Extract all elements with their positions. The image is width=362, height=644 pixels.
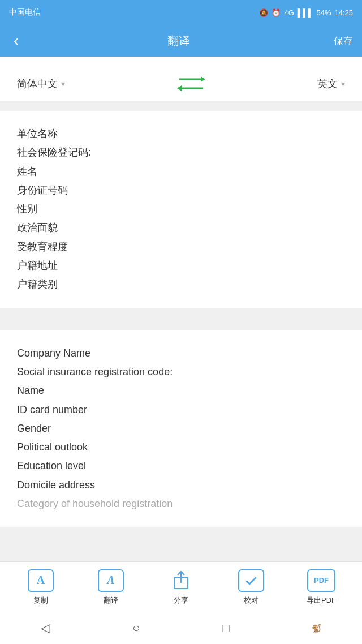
- source-line-6: 政治面貌: [17, 218, 345, 237]
- source-line-2: 社会保险登记码:: [17, 143, 345, 162]
- target-line-8: Domicile address: [17, 476, 345, 495]
- share-icon: [168, 569, 194, 592]
- home-nav-button[interactable]: ○: [132, 621, 140, 636]
- source-line-7: 受教育程度: [17, 238, 345, 256]
- proofread-label: 校对: [244, 595, 258, 606]
- target-line-4: ID card number: [17, 401, 345, 419]
- network-label: 4G: [284, 8, 294, 17]
- copy-label: 复制: [33, 595, 48, 606]
- battery-label: 54%: [316, 8, 331, 17]
- svg-marker-3: [177, 85, 182, 91]
- share-button[interactable]: 分享: [146, 569, 216, 606]
- translate-button[interactable]: A 翻译: [76, 569, 146, 606]
- page-title: 翻译: [167, 33, 190, 49]
- swap-languages-button[interactable]: [177, 74, 205, 94]
- source-line-9: 户籍类别: [17, 275, 345, 294]
- target-line-5: Gender: [17, 419, 345, 438]
- target-text-panel: Company Name Social insurance registrati…: [0, 330, 362, 527]
- target-lang-chevron-icon: ▾: [341, 79, 345, 88]
- export-pdf-icon: PDF: [307, 569, 335, 592]
- translate-label: 翻译: [104, 595, 118, 606]
- carrier-label: 中国电信: [9, 7, 41, 18]
- target-language-selector[interactable]: 英文 ▾: [317, 77, 345, 91]
- proofread-button[interactable]: 校对: [216, 569, 286, 606]
- system-nav-bar: ◁ ○ □ 🐒: [0, 612, 362, 644]
- svg-marker-1: [201, 76, 205, 82]
- flex-spacer: [0, 527, 362, 561]
- status-bar: 中国电信 🔕 ⏰ 4G ▌▌▌ 54% 14:25: [0, 0, 362, 25]
- source-lang-chevron-icon: ▾: [61, 79, 65, 88]
- source-text-panel: 单位名称 社会保险登记码: 姓名 身份证号码 性别 政治面貌 受教育程度 户籍地…: [0, 111, 362, 308]
- alarm-icon: ⏰: [272, 8, 281, 17]
- target-line-3: Name: [17, 381, 345, 400]
- language-row: 简体中文 ▾ 英文 ▾: [0, 67, 362, 101]
- export-pdf-button[interactable]: PDF 导出PDF: [286, 569, 356, 606]
- source-language-selector[interactable]: 简体中文 ▾: [17, 77, 65, 91]
- target-language-label: 英文: [317, 77, 338, 91]
- copy-icon: A: [28, 569, 54, 592]
- proofread-icon: [238, 569, 264, 592]
- source-line-8: 户籍地址: [17, 256, 345, 275]
- target-line-2: Social insurance registration code:: [17, 363, 345, 381]
- target-line-6: Political outlook: [17, 438, 345, 457]
- translate-icon: A: [98, 569, 124, 592]
- bottom-toolbar: A 复制 A 翻译 分享 校对 PDF: [0, 561, 362, 612]
- status-right: 🔕 ⏰ 4G ▌▌▌ 54% 14:25: [259, 8, 353, 17]
- recent-nav-button[interactable]: □: [222, 621, 229, 636]
- source-line-1: 单位名称: [17, 124, 345, 143]
- nav-bar: ‹ 翻译 保存: [0, 25, 362, 57]
- swap-icon: [177, 74, 205, 94]
- export-pdf-label: 导出PDF: [307, 595, 336, 606]
- panel-gap: [0, 308, 362, 330]
- source-line-3: 姓名: [17, 162, 345, 181]
- source-line-4: 身份证号码: [17, 181, 345, 200]
- source-line-5: 性别: [17, 200, 345, 218]
- target-line-1: Company Name: [17, 344, 345, 363]
- top-spacer: [0, 57, 362, 67]
- gap-1: [0, 101, 362, 111]
- wukong-logo: 🐒: [312, 624, 321, 633]
- back-nav-button[interactable]: ◁: [41, 621, 50, 636]
- target-line-7: Education level: [17, 457, 345, 475]
- target-line-9: Category of household registration: [17, 495, 345, 513]
- time-label: 14:25: [334, 8, 353, 17]
- source-language-label: 简体中文: [17, 77, 58, 91]
- back-button[interactable]: ‹: [9, 29, 23, 52]
- share-label: 分享: [174, 595, 188, 606]
- signal-bars-icon: ▌▌▌: [298, 8, 313, 17]
- copy-button[interactable]: A 复制: [6, 569, 76, 606]
- save-button[interactable]: 保存: [334, 35, 353, 48]
- signal-no-icon: 🔕: [259, 8, 268, 17]
